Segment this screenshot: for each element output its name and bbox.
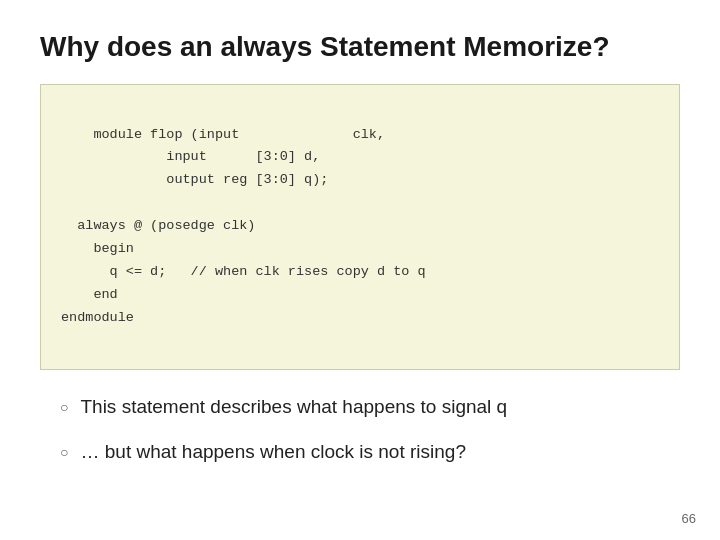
page-number: 66	[682, 511, 696, 526]
bullet-list: ○ This statement describes what happens …	[60, 394, 680, 465]
bullet-icon-2: ○	[60, 443, 68, 463]
code-text: module flop (input clk, input [3:0] d, o…	[61, 127, 426, 326]
slide-content: Why does an always Statement Memorize? m…	[0, 0, 720, 503]
list-item: ○ … but what happens when clock is not r…	[60, 439, 680, 466]
bullet-icon-1: ○	[60, 398, 68, 418]
code-block: module flop (input clk, input [3:0] d, o…	[40, 84, 680, 370]
bullet-text-1: This statement describes what happens to…	[80, 394, 507, 421]
slide-title: Why does an always Statement Memorize?	[40, 30, 680, 64]
list-item: ○ This statement describes what happens …	[60, 394, 680, 421]
bullet-text-2: … but what happens when clock is not ris…	[80, 439, 466, 466]
